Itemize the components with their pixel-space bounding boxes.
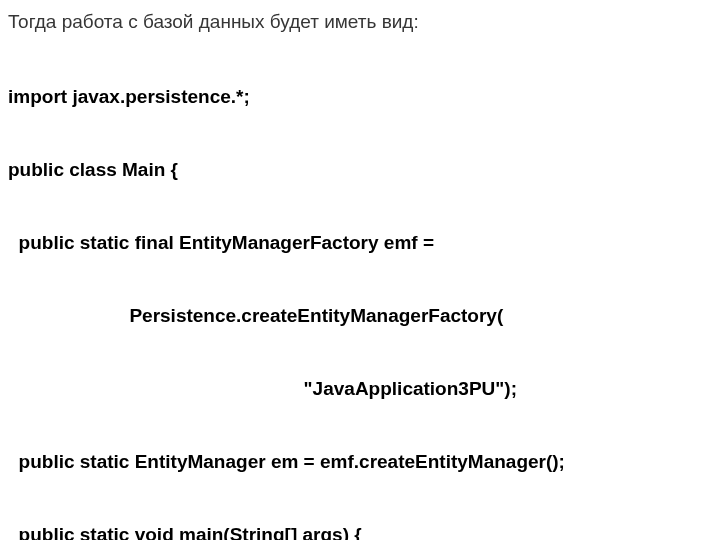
code-line: public static void main(String[] args) { [8, 523, 712, 540]
code-line: Persistence.createEntityManagerFactory( [8, 304, 712, 328]
code-line: public static EntityManager em = emf.cre… [8, 450, 712, 474]
intro-text: Тогда работа с базой данных будет иметь … [8, 10, 712, 34]
code-line: public class Main { [8, 158, 712, 182]
code-line: "JavaApplication3PU"); [8, 377, 712, 401]
code-line: import javax.persistence.*; [8, 85, 712, 109]
code-line: public static final EntityManagerFactory… [8, 231, 712, 255]
code-block: import javax.persistence.*; public class… [8, 36, 712, 540]
document-page: Тогда работа с базой данных будет иметь … [0, 0, 720, 540]
